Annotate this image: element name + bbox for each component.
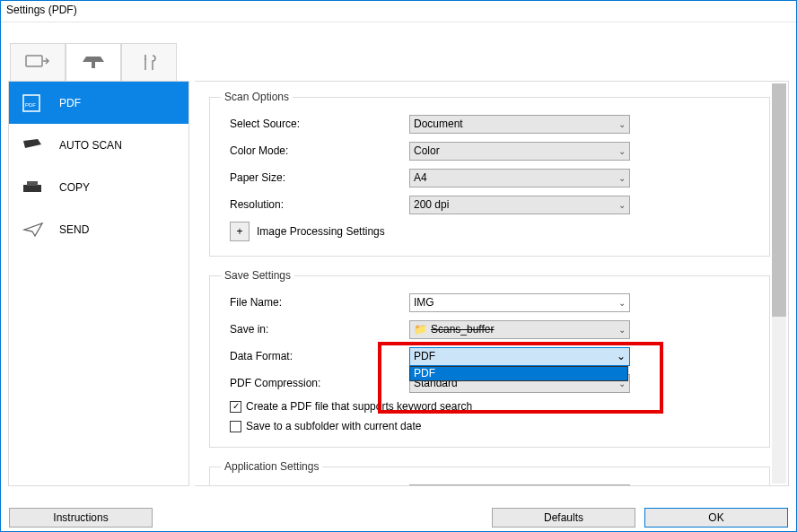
tab-output-icon[interactable] — [10, 43, 66, 82]
pdf-icon: PDF — [22, 93, 45, 113]
checkbox-subfolder-date-label: Save to a subfolder with current date — [246, 420, 421, 432]
sidebar-item-copy[interactable]: COPY — [9, 166, 188, 208]
chevron-down-icon: ⌄ — [617, 350, 626, 362]
color-mode-label: Color Mode: — [221, 144, 409, 157]
sidebar-item-label: PDF — [59, 97, 81, 109]
chevron-down-icon: ⌄ — [618, 146, 626, 156]
scan-options-legend: Scan Options — [221, 91, 293, 103]
application-settings-group: Application Settings Open with an applic… — [209, 460, 770, 486]
image-processing-label: Image Processing Settings — [257, 225, 385, 238]
chevron-down-icon: ⌄ — [618, 173, 626, 183]
window-title: Settings (PDF) — [6, 4, 77, 16]
settings-panel: Scan Options Select Source: Document ⌄ C… — [195, 81, 789, 486]
scroll-thumb[interactable] — [772, 83, 786, 317]
select-source-dropdown[interactable]: Document ⌄ — [409, 115, 630, 134]
defaults-button[interactable]: Defaults — [492, 508, 635, 528]
chevron-down-icon: ⌄ — [618, 325, 626, 335]
checkbox-keyword-search-label: Create a PDF file that supports keyword … — [246, 400, 472, 413]
folder-icon: 📁 — [414, 323, 427, 336]
data-format-label: Data Format: — [221, 350, 409, 362]
save-in-label: Save in: — [221, 323, 409, 336]
sidebar-item-label: SEND — [59, 223, 89, 236]
tools-icon — [140, 54, 158, 72]
scanner-icon — [22, 135, 45, 155]
svg-rect-5 — [27, 181, 38, 186]
application-settings-legend: Application Settings — [221, 460, 322, 473]
data-format-dropdown-list: PDF — [409, 366, 628, 381]
checkbox-subfolder-date[interactable] — [230, 421, 241, 432]
scan-options-group: Scan Options Select Source: Document ⌄ C… — [209, 91, 770, 257]
tab-scanner-icon[interactable] — [66, 43, 121, 82]
window-titlebar: Settings (PDF) — [1, 1, 796, 22]
color-mode-dropdown[interactable]: Color ⌄ — [409, 142, 630, 161]
save-settings-legend: Save Settings — [221, 269, 294, 282]
paper-plane-icon — [22, 220, 45, 240]
data-format-option-pdf[interactable]: PDF — [410, 367, 627, 380]
ok-button[interactable]: OK — [644, 508, 788, 528]
monitor-arrow-icon — [25, 54, 50, 72]
printer-icon — [22, 178, 45, 197]
svg-rect-4 — [23, 185, 41, 192]
open-with-dropdown[interactable]: 🗂 Windows Explorer ⌄ — [409, 484, 630, 487]
sidebar-item-pdf[interactable]: PDF PDF — [9, 82, 188, 124]
paper-size-dropdown[interactable]: A4 ⌄ — [409, 169, 630, 188]
svg-rect-1 — [92, 62, 95, 68]
sidebar-item-label: AUTO SCAN — [59, 139, 122, 152]
resolution-dropdown[interactable]: 200 dpi ⌄ — [409, 196, 630, 214]
svg-text:PDF: PDF — [25, 102, 36, 108]
save-in-dropdown[interactable]: 📁Scans_buffer ⌄ — [409, 320, 630, 339]
instructions-button[interactable]: Instructions — [9, 508, 153, 528]
data-format-dropdown[interactable]: PDF ⌄ PDF — [409, 347, 630, 366]
tab-tools-icon[interactable] — [121, 43, 177, 82]
bottom-bar: Instructions Defaults OK — [0, 504, 797, 531]
scanner-head-icon — [81, 53, 106, 73]
sidebar: PDF PDF AUTO SCAN — [8, 81, 189, 486]
select-source-label: Select Source: — [221, 118, 409, 130]
sidebar-item-send[interactable]: SEND — [9, 208, 188, 250]
resolution-label: Resolution: — [221, 198, 409, 211]
image-processing-expand-button[interactable]: + — [230, 222, 250, 241]
pdf-compression-label: PDF Compression: — [221, 377, 409, 389]
icon-tabbar — [10, 43, 789, 82]
svg-rect-0 — [26, 56, 42, 66]
file-name-combo[interactable]: IMG ⌄ — [409, 293, 630, 312]
sidebar-item-label: COPY — [59, 181, 90, 194]
scrollbar[interactable] — [772, 83, 786, 484]
file-name-label: File Name: — [221, 296, 409, 309]
save-settings-group: Save Settings File Name: IMG ⌄ Save in: … — [209, 269, 770, 448]
chevron-down-icon: ⌄ — [618, 119, 626, 129]
chevron-down-icon: ⌄ — [618, 298, 626, 308]
chevron-down-icon: ⌄ — [618, 200, 626, 210]
sidebar-item-autoscan[interactable]: AUTO SCAN — [9, 124, 188, 166]
paper-size-label: Paper Size: — [221, 171, 409, 184]
checkbox-keyword-search[interactable]: ✓ — [230, 401, 241, 413]
